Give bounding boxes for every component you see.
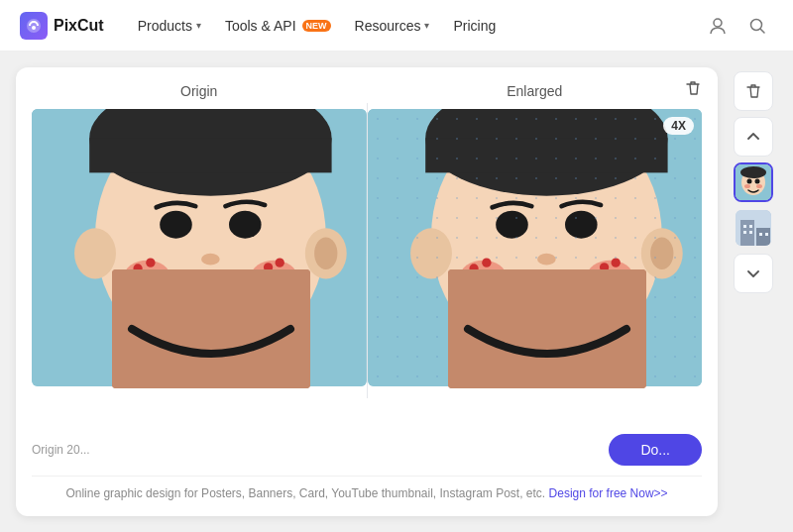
pricing-label: Pricing bbox=[453, 18, 496, 34]
svg-point-10 bbox=[74, 228, 116, 278]
svg-point-30 bbox=[410, 228, 452, 278]
nav-items: Products ▾ Tools & API NEW Resources ▾ P… bbox=[128, 12, 702, 40]
nav-products[interactable]: Products ▾ bbox=[128, 12, 211, 40]
svg-point-50 bbox=[756, 184, 762, 188]
products-chevron: ▾ bbox=[196, 20, 201, 31]
svg-point-12 bbox=[229, 211, 262, 239]
nav-right bbox=[702, 10, 773, 42]
image-comparison: Origin bbox=[32, 83, 702, 418]
svg-point-46 bbox=[740, 166, 766, 178]
nav-pricing[interactable]: Pricing bbox=[443, 12, 506, 40]
svg-rect-43 bbox=[448, 269, 646, 388]
sidebar-up-button[interactable] bbox=[734, 117, 773, 157]
svg-point-32 bbox=[565, 211, 598, 239]
thumbnail-building[interactable] bbox=[734, 208, 773, 248]
svg-point-47 bbox=[747, 179, 752, 184]
svg-point-11 bbox=[160, 211, 192, 239]
right-sidebar bbox=[730, 67, 777, 516]
footer-link[interactable]: Design for free Now>> bbox=[549, 486, 668, 500]
nav-resources[interactable]: Resources ▾ bbox=[345, 12, 440, 40]
svg-point-40 bbox=[611, 258, 620, 266]
resources-chevron: ▾ bbox=[424, 20, 429, 31]
svg-point-3 bbox=[751, 19, 762, 30]
navbar: PixCut Products ▾ Tools & API NEW Resour… bbox=[0, 0, 793, 52]
svg-point-48 bbox=[755, 179, 760, 184]
nav-tools[interactable]: Tools & API NEW bbox=[215, 12, 341, 40]
svg-point-17 bbox=[146, 258, 155, 266]
search-icon-btn[interactable] bbox=[741, 10, 773, 42]
logo-icon bbox=[20, 12, 48, 40]
thumb-face-bg bbox=[736, 164, 771, 200]
origin-section: Origin bbox=[32, 83, 367, 418]
main-content: Origin bbox=[0, 52, 793, 532]
zoom-preview-enlarged bbox=[448, 269, 646, 388]
svg-point-31 bbox=[496, 211, 528, 239]
logo[interactable]: PixCut bbox=[20, 12, 104, 40]
svg-point-9 bbox=[314, 238, 337, 270]
svg-point-2 bbox=[714, 19, 722, 27]
user-icon-btn[interactable] bbox=[702, 10, 734, 42]
origin-title: Origin bbox=[180, 83, 217, 99]
tools-label: Tools & API bbox=[225, 18, 296, 34]
footer-text: Online graphic design for Posters, Banne… bbox=[65, 486, 545, 500]
download-button[interactable]: Do... bbox=[609, 434, 702, 466]
center-panel: Origin bbox=[16, 67, 718, 516]
products-label: Products bbox=[138, 18, 192, 34]
svg-rect-58 bbox=[759, 233, 762, 236]
svg-rect-59 bbox=[765, 233, 768, 236]
svg-rect-27 bbox=[425, 138, 667, 172]
svg-point-29 bbox=[650, 238, 673, 270]
svg-rect-7 bbox=[89, 138, 331, 172]
svg-point-37 bbox=[482, 258, 491, 266]
enlarged-badge: 4X bbox=[663, 117, 694, 135]
svg-point-20 bbox=[276, 258, 284, 266]
resources-label: Resources bbox=[355, 18, 421, 34]
footer: Online graphic design for Posters, Banne… bbox=[32, 476, 702, 500]
thumbnail-face[interactable] bbox=[734, 162, 773, 202]
sidebar-down-button[interactable] bbox=[734, 254, 773, 293]
svg-rect-23 bbox=[112, 269, 310, 388]
svg-rect-57 bbox=[749, 231, 752, 234]
bottom-bar: Origin 20... Do... bbox=[32, 426, 702, 466]
thumb-building-bg bbox=[736, 210, 771, 246]
svg-point-49 bbox=[744, 184, 750, 188]
sidebar-delete-button[interactable] bbox=[734, 71, 773, 111]
enlarged-title: Enlarged bbox=[507, 83, 562, 99]
delete-button-top[interactable] bbox=[684, 79, 702, 102]
svg-point-13 bbox=[201, 254, 220, 266]
svg-rect-53 bbox=[756, 228, 770, 248]
svg-point-1 bbox=[32, 26, 36, 30]
enlarged-section: Enlarged bbox=[368, 83, 703, 418]
svg-rect-56 bbox=[743, 231, 746, 234]
tools-badge: NEW bbox=[302, 20, 331, 32]
zoom-preview-origin bbox=[112, 269, 310, 388]
logo-text: PixCut bbox=[54, 17, 104, 35]
svg-rect-55 bbox=[749, 225, 752, 228]
svg-point-33 bbox=[537, 254, 556, 266]
svg-rect-54 bbox=[743, 225, 746, 228]
origin-sublabel: Origin 20... bbox=[32, 443, 90, 457]
